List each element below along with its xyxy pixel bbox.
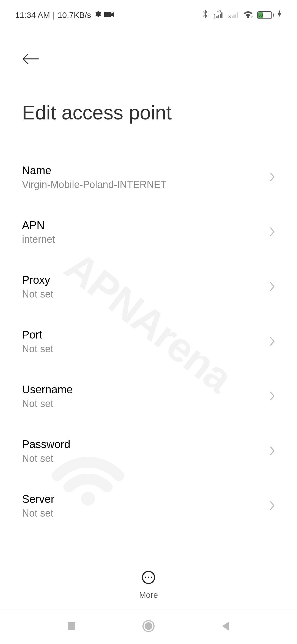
svg-rect-9 xyxy=(235,14,236,18)
nav-back-button[interactable] xyxy=(219,619,232,633)
wifi-icon xyxy=(243,10,253,20)
page-header: Edit access point xyxy=(0,26,297,132)
chevron-right-icon xyxy=(270,336,275,347)
more-dots-icon xyxy=(142,571,155,585)
svg-text:4G: 4G xyxy=(217,10,221,13)
svg-point-11 xyxy=(247,16,249,18)
setting-label: Password xyxy=(22,438,70,451)
camera-icon xyxy=(104,10,114,20)
setting-proxy[interactable]: Proxy Not set xyxy=(22,260,275,314)
setting-apn[interactable]: APN internet xyxy=(22,205,275,260)
svg-point-16 xyxy=(148,577,149,578)
chevron-right-icon xyxy=(270,501,275,512)
setting-port[interactable]: Port Not set xyxy=(22,314,275,369)
chevron-right-icon xyxy=(270,227,275,238)
setting-password[interactable]: Password Not set xyxy=(22,424,275,479)
setting-label: Proxy xyxy=(22,274,53,286)
svg-rect-1 xyxy=(104,12,111,17)
setting-label: Username xyxy=(22,383,73,396)
back-button[interactable] xyxy=(22,53,275,66)
setting-mmsc[interactable]: MMSC Not set xyxy=(22,533,275,546)
setting-username[interactable]: Username Not set xyxy=(22,369,275,424)
setting-value: Virgin-Mobile-Poland-INTERNET xyxy=(22,179,167,190)
setting-value: Not set xyxy=(22,507,54,519)
setting-label: Name xyxy=(22,164,167,177)
navigation-bar xyxy=(0,608,297,644)
setting-value: Not set xyxy=(22,343,53,355)
svg-rect-10 xyxy=(237,12,238,18)
svg-rect-4 xyxy=(218,15,219,18)
chevron-right-icon xyxy=(270,172,275,183)
svg-rect-8 xyxy=(233,15,235,18)
svg-point-17 xyxy=(151,577,152,578)
chevron-right-icon xyxy=(270,446,275,457)
chevron-right-icon xyxy=(270,391,275,402)
svg-point-15 xyxy=(145,577,146,578)
svg-rect-3 xyxy=(216,16,218,18)
setting-value: Not set xyxy=(22,288,53,300)
svg-rect-5 xyxy=(220,14,221,18)
chevron-right-icon xyxy=(270,282,275,293)
nav-recent-button[interactable] xyxy=(65,619,78,633)
svg-rect-7 xyxy=(232,16,233,18)
setting-value: Not set xyxy=(22,453,70,464)
svg-rect-18 xyxy=(68,622,75,630)
bluetooth-icon xyxy=(202,10,208,20)
setting-server[interactable]: Server Not set xyxy=(22,479,275,533)
svg-point-20 xyxy=(145,622,152,630)
battery-indicator: 38 xyxy=(257,11,274,19)
status-time: 11:34 AM xyxy=(15,10,50,20)
setting-label: Port xyxy=(22,329,53,341)
signal-no-sim-icon xyxy=(227,10,239,20)
more-button[interactable]: More xyxy=(0,560,297,608)
more-label: More xyxy=(139,590,158,600)
setting-name[interactable]: Name Virgin-Mobile-Poland-INTERNET xyxy=(22,150,275,205)
page-title: Edit access point xyxy=(22,101,275,124)
status-bar: 11:34 AM | 10.7KB/s 4G xyxy=(0,0,297,26)
setting-label: APN xyxy=(22,219,55,231)
status-net-speed: 10.7KB/s xyxy=(58,10,91,20)
settings-list: Name Virgin-Mobile-Poland-INTERNET APN i… xyxy=(0,132,297,546)
nav-home-button[interactable] xyxy=(142,619,155,633)
setting-value: internet xyxy=(22,234,55,245)
svg-rect-6 xyxy=(221,12,222,18)
signal-4g-icon: 4G xyxy=(212,10,224,20)
setting-value: Not set xyxy=(22,398,73,410)
gear-icon xyxy=(94,10,101,20)
svg-point-13 xyxy=(251,17,252,18)
setting-label: Server xyxy=(22,493,54,505)
charging-icon xyxy=(277,10,282,20)
status-separator: | xyxy=(53,10,55,20)
status-bar-right: 4G xyxy=(202,10,282,20)
bottom-area: More xyxy=(0,560,297,644)
status-bar-left: 11:34 AM | 10.7KB/s xyxy=(15,10,114,20)
